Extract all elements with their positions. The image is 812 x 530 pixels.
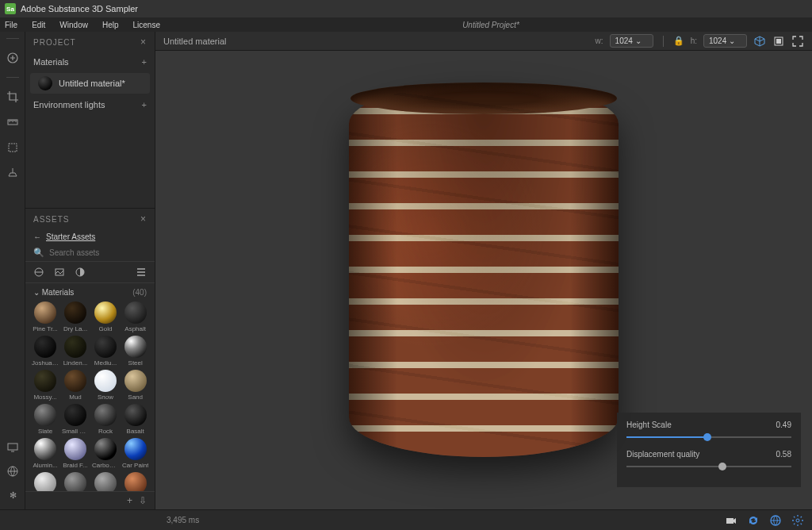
square-2d-icon[interactable] [772, 35, 785, 48]
asset-item[interactable]: Basalt [122, 404, 148, 435]
menu-window[interactable]: Window [59, 21, 88, 29]
asset-item[interactable] [92, 472, 119, 491]
crop-icon[interactable] [6, 90, 19, 103]
asset-item[interactable]: Mossy... [32, 370, 59, 401]
asset-item[interactable]: Braid F... [62, 438, 89, 469]
asset-item[interactable]: Car Paint [122, 438, 148, 469]
breadcrumb: ← Starter Assets [25, 229, 155, 244]
expand-icon[interactable] [791, 35, 804, 48]
filter-sphere-icon[interactable] [33, 267, 44, 278]
materials-section[interactable]: Materials + [25, 52, 155, 71]
asset-label: Snow [98, 394, 113, 401]
viewport-title: Untitled material [163, 36, 226, 46]
globe-icon[interactable] [6, 465, 19, 478]
monitor-icon[interactable] [6, 441, 19, 454]
asset-thumb-icon [64, 370, 86, 392]
asset-item[interactable]: Small G... [62, 404, 89, 435]
menu-file[interactable]: File [5, 21, 17, 29]
app-title: Adobe Substance 3D Sampler [21, 4, 138, 13]
displacement-slider[interactable] [626, 462, 791, 471]
asset-item[interactable]: Rock [92, 404, 119, 435]
width-select[interactable]: 1024 ⌄ [610, 34, 653, 48]
asset-item[interactable]: Linden... [62, 336, 89, 367]
asset-thumb-icon [124, 404, 147, 426]
close-icon[interactable]: × [140, 36, 147, 48]
gear-icon[interactable] [791, 514, 804, 527]
left-toolbar [0, 32, 25, 509]
material-item[interactable]: Untitled material* [30, 73, 150, 94]
search-row: 🔍 [25, 244, 155, 261]
assets-panel: ASSETS × ← Starter Assets 🔍 ⌄ Materials … [25, 208, 155, 509]
asset-item[interactable]: Dry La... [62, 301, 89, 332]
asset-label: Dry La... [63, 325, 87, 332]
menu-license[interactable]: License [133, 21, 160, 29]
height-select[interactable]: 1024 ⌄ [703, 34, 747, 48]
import-asset-icon[interactable]: ⇩ [139, 495, 147, 506]
add-icon[interactable] [6, 52, 19, 64]
filter-image-icon[interactable] [54, 267, 65, 278]
env-lights-section[interactable]: Environment lights + [25, 95, 155, 114]
asset-item[interactable]: Carbon ... [92, 438, 119, 469]
camera-icon[interactable] [725, 514, 737, 527]
search-icon: 🔍 [33, 248, 44, 258]
viewport-wrap: Untitled material w: 1024 ⌄ 🔒 h: 1024 ⌄ … [155, 32, 812, 509]
ruler-icon[interactable] [6, 116, 19, 129]
back-arrow-icon[interactable]: ← [33, 232, 41, 241]
category-header[interactable]: ⌄ Materials (40) [25, 283, 155, 301]
material-thumb-icon [38, 76, 52, 90]
refresh-icon[interactable] [747, 514, 760, 527]
breadcrumb-link[interactable]: Starter Assets [46, 232, 95, 241]
add-asset-icon[interactable]: + [127, 495, 132, 506]
add-material-icon[interactable]: + [142, 57, 147, 67]
asset-item[interactable]: Slate [32, 404, 59, 435]
asset-item[interactable]: Snow [92, 370, 119, 401]
asset-item[interactable]: Joshua ... [32, 336, 59, 367]
close-icon[interactable]: × [140, 213, 147, 225]
chevron-down-icon: ⌄ [33, 288, 40, 297]
statusbar: 3,495 ms [0, 509, 812, 530]
lock-icon[interactable]: 🔒 [673, 36, 684, 46]
asset-label: Alumin... [33, 462, 57, 469]
asset-item[interactable]: Alumin... [32, 438, 59, 469]
transform-icon[interactable] [6, 141, 19, 154]
asset-thumb-icon [94, 404, 117, 426]
asset-item[interactable]: Pine Tr... [32, 301, 59, 332]
asset-item[interactable] [62, 472, 89, 491]
asset-item[interactable] [32, 472, 59, 491]
stamp-icon[interactable] [6, 167, 19, 179]
cube-3d-icon[interactable] [753, 35, 766, 48]
asset-thumb-icon [94, 438, 117, 460]
asset-item[interactable]: Mud [62, 370, 89, 401]
viewport-3d[interactable]: Height Scale 0.49 Displacement quality 0… [155, 51, 812, 509]
asset-thumb-icon [94, 370, 117, 392]
list-view-icon[interactable] [136, 267, 147, 278]
asset-item[interactable] [122, 472, 148, 491]
asset-label: Basalt [127, 428, 144, 435]
add-env-icon[interactable]: + [142, 100, 147, 109]
search-input[interactable] [49, 248, 150, 257]
asset-thumb-icon [94, 336, 117, 358]
asset-label: Steel [128, 359, 143, 367]
asset-item[interactable]: Steel [122, 336, 148, 367]
filter-contrast-icon[interactable] [75, 267, 86, 278]
titlebar: Sa Adobe Substance 3D Sampler [0, 0, 812, 17]
asset-item[interactable]: Gold [92, 301, 119, 332]
asset-item[interactable]: Sand [122, 370, 148, 401]
globe-status-icon[interactable] [769, 514, 782, 527]
svg-rect-10 [726, 518, 733, 524]
asset-thumb-icon [34, 404, 56, 426]
project-title: PROJECT [33, 38, 76, 47]
asset-thumb-icon [34, 438, 56, 460]
height-scale-slider[interactable] [626, 432, 791, 442]
asset-label: Joshua ... [32, 359, 59, 367]
asset-item[interactable]: Mediu... [92, 336, 119, 367]
category-count: (40) [132, 288, 147, 297]
asset-item[interactable]: Asphalt [122, 301, 148, 332]
asset-label: Mossy... [33, 394, 56, 401]
svg-rect-8 [8, 444, 17, 450]
menu-help[interactable]: Help [102, 21, 119, 29]
menu-edit[interactable]: Edit [32, 21, 45, 29]
snow-icon[interactable]: ✻ [6, 489, 19, 501]
asset-thumb-icon [34, 370, 56, 392]
asset-label: Braid F... [63, 462, 88, 469]
